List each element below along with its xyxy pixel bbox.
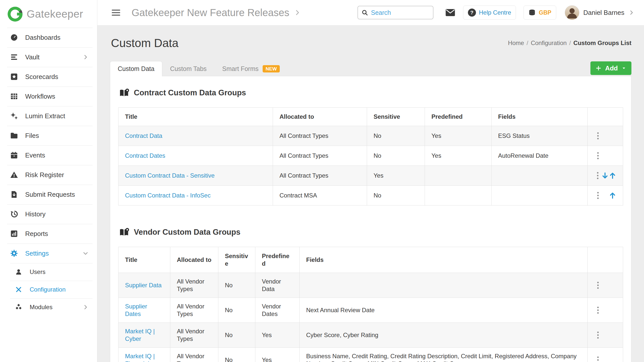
group-link[interactable]: Market IQ | Financial <box>125 353 155 362</box>
app-logo[interactable]: Gatekeeper <box>0 0 97 28</box>
workspace-title[interactable]: Gatekeeper New Feature Releases <box>132 7 301 18</box>
modules-icon <box>14 304 23 311</box>
sidebar-item-workflows[interactable]: Workflows <box>0 87 97 106</box>
move-up-icon[interactable] <box>609 172 616 179</box>
user-menu[interactable]: Daniel Barnes <box>565 5 634 20</box>
sidebar-item-label: Modules <box>30 304 53 311</box>
sidebar-item-modules[interactable]: Modules <box>0 298 97 316</box>
search-input[interactable] <box>371 9 429 16</box>
hamburger-icon <box>111 8 121 18</box>
new-badge: NEW <box>263 65 280 72</box>
sidebar-item-label: Risk Register <box>25 171 64 179</box>
group-link[interactable]: Supplier Dates <box>125 303 147 317</box>
search-icon <box>361 9 368 16</box>
row-menu-icon[interactable] <box>596 355 600 362</box>
tab-label: Custom Data <box>118 65 154 72</box>
chevron-right-icon <box>294 9 301 16</box>
sidebar-item-scorecards[interactable]: Scorecards <box>0 67 97 87</box>
chevron-right-icon <box>628 10 634 16</box>
sidebar-item-vault[interactable]: Vault <box>0 47 97 67</box>
sidebar-item-settings[interactable]: Settings <box>0 244 97 263</box>
row-menu-icon[interactable] <box>596 171 599 180</box>
col-title: Title <box>118 108 273 126</box>
sidebar-item-lumin-extract[interactable]: Lumin Extract <box>0 106 97 126</box>
breadcrumb-home[interactable]: Home <box>508 39 524 47</box>
sidebar-item-files[interactable]: Files <box>0 126 97 145</box>
logo-text: Gatekeeper <box>27 8 83 20</box>
help-centre-label: Help Centre <box>479 9 511 16</box>
sidebar-item-events[interactable]: Events <box>0 145 97 165</box>
row-menu-icon[interactable] <box>596 151 600 160</box>
sidebar-item-label: Reports <box>25 230 48 238</box>
table-row: Contract Dates All Contract Types No Yes… <box>118 146 623 166</box>
breadcrumb-current: Custom Groups List <box>573 39 631 47</box>
group-link[interactable]: Custom Contract Data - InfoSec <box>125 192 211 199</box>
group-link[interactable]: Contract Dates <box>125 152 165 159</box>
row-menu-icon[interactable] <box>596 331 600 340</box>
tab-smart-forms[interactable]: Smart Forms NEW <box>214 61 288 76</box>
col-title: Title <box>118 247 170 273</box>
tab-custom-tabs[interactable]: Custom Tabs <box>162 61 214 76</box>
currency-button[interactable]: GBP <box>524 6 556 20</box>
sidebar-item-risk-register[interactable]: Risk Register <box>0 165 97 185</box>
workspace-title-text: Gatekeeper New Feature Releases <box>132 7 289 18</box>
table-row: Supplier Data All Vendor Types No Vendor… <box>118 273 623 298</box>
menu-toggle-button[interactable] <box>111 8 121 18</box>
breadcrumb: Home / Configuration / Custom Groups Lis… <box>508 39 631 47</box>
vendor-groups-heading: Vendor Custom Data Groups <box>119 228 623 237</box>
sidebar-item-users[interactable]: Users <box>0 263 97 281</box>
gatekeeper-logo-icon <box>8 7 23 22</box>
question-icon: ? <box>468 9 476 17</box>
tab-custom-data[interactable]: Custom Data <box>110 61 162 76</box>
move-up-icon[interactable] <box>609 192 616 199</box>
user-icon <box>14 268 23 275</box>
row-menu-icon[interactable] <box>596 131 600 140</box>
group-link[interactable]: Contract Data <box>125 132 162 139</box>
sidebar-item-reports[interactable]: Reports <box>0 224 97 244</box>
contract-groups-heading: Contract Custom Data Groups <box>119 88 623 97</box>
col-sensitive: Sensitive <box>218 247 255 273</box>
bar-chart-icon <box>10 230 19 238</box>
table-row: Contract Data All Contract Types No Yes … <box>118 126 623 146</box>
tools-icon <box>14 286 23 293</box>
chevron-right-icon <box>83 304 89 310</box>
caret-down-icon <box>621 66 626 71</box>
col-predefined: Predefined <box>425 108 492 126</box>
col-sensitive: Sensitive <box>367 108 425 126</box>
row-menu-icon[interactable] <box>596 191 600 200</box>
group-link[interactable]: Supplier Data <box>125 282 162 289</box>
col-actions <box>588 108 623 126</box>
add-button[interactable]: Add <box>590 61 631 75</box>
page-title: Custom Data <box>111 36 178 50</box>
table-row: Market IQ | Cyber All Vendor Types No Ye… <box>118 323 623 348</box>
move-down-icon[interactable] <box>601 172 609 179</box>
group-link[interactable]: Market IQ | Cyber <box>125 328 155 342</box>
help-centre-button[interactable]: ? Help Centre <box>463 6 516 20</box>
tab-label: Custom Tabs <box>170 65 207 72</box>
sidebar-item-history[interactable]: History <box>0 204 97 224</box>
vendor-groups-table: Title Allocated to Sensitive Predefined … <box>118 247 623 362</box>
sidebar-item-label: Scorecards <box>25 73 58 81</box>
data-group-icon <box>119 88 129 97</box>
col-allocated: Allocated to <box>273 108 367 126</box>
sidebar-item-dashboards[interactable]: Dashboards <box>0 28 97 47</box>
chevron-down-icon <box>83 250 89 256</box>
sidebar-item-label: Lumin Extract <box>25 112 65 120</box>
sidebar-item-label: Dashboards <box>25 34 60 42</box>
table-row: Custom Contract Data - Sensitive All Con… <box>118 166 623 186</box>
sidebar-item-submit-requests[interactable]: Submit Requests <box>0 185 97 204</box>
tab-panel: Contract Custom Data Groups Title Alloca… <box>110 76 631 362</box>
group-link[interactable]: Custom Contract Data - Sensitive <box>125 172 215 179</box>
avatar <box>565 5 579 20</box>
sidebar-item-configuration[interactable]: Configuration <box>0 281 97 298</box>
row-menu-icon[interactable] <box>596 306 600 315</box>
workflow-icon <box>10 92 19 100</box>
scorecard-icon <box>10 73 19 81</box>
messages-button[interactable] <box>445 7 456 18</box>
sidebar-item-label: Users <box>30 268 46 275</box>
row-menu-icon[interactable] <box>596 281 600 290</box>
vault-icon <box>10 53 19 61</box>
breadcrumb-configuration[interactable]: Configuration <box>531 39 567 47</box>
col-allocated: Allocated to <box>170 247 218 273</box>
table-row: Supplier Dates All Vendor Types No Vendo… <box>118 298 623 323</box>
